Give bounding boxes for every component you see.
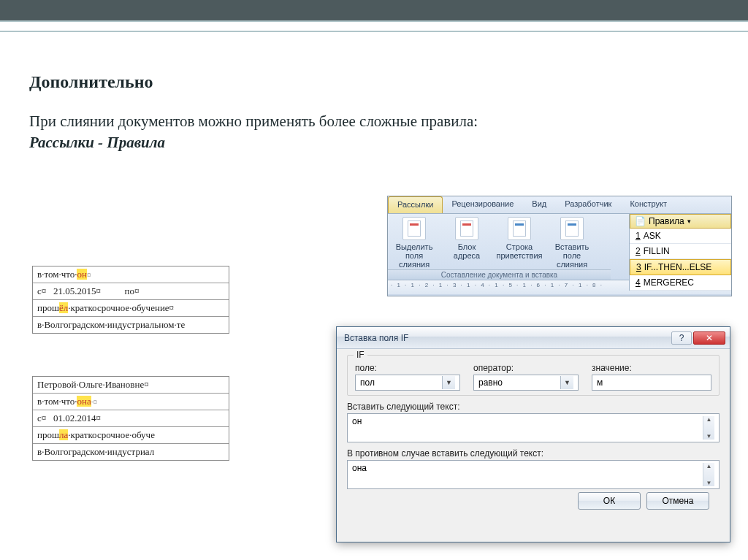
if-condition-fieldset: IF поле: пол▼ оператор: равно▼ значение: xyxy=(347,355,720,396)
sample-document-2: Петровой·Ольге·Ивановне¤ в·том·что·она·¤… xyxy=(32,376,229,461)
table-row: в·том·что·он¤ xyxy=(33,266,229,283)
heading: Дополнительно xyxy=(29,72,719,92)
menu-path: Рассылки - Правила xyxy=(29,134,719,152)
table-row: в·том·что·она·¤ xyxy=(33,394,229,410)
highlight-suffix: ёл xyxy=(59,302,68,313)
close-button[interactable]: ✕ xyxy=(693,331,725,345)
intro-text: При слиянии документов можно применять б… xyxy=(29,112,719,131)
else-text-input[interactable]: она ▲▼ xyxy=(347,460,720,489)
dialog-titlebar: Вставка поля IF ? ✕ xyxy=(337,327,730,349)
sample-document-1: в·том·что·он¤ с¤ 21.05.2015¤ по¤ прошёл·… xyxy=(32,266,229,334)
ribbon-tab-strip: Рассылки Рецензирование Вид Разработчик … xyxy=(388,196,731,214)
table-row: в·Волгоградском·индустриальном·те xyxy=(33,317,229,333)
help-button[interactable]: ? xyxy=(671,331,692,345)
table-row: с¤ 01.02.2014¤ xyxy=(33,410,229,427)
ribbon-group-caption: Составление документа и вставка xyxy=(388,269,611,280)
rules-item-mergerec[interactable]: 4MERGEREC xyxy=(630,275,731,291)
fieldset-legend: IF xyxy=(354,350,367,360)
highlight-suffix: ла xyxy=(59,429,68,440)
cancel-button[interactable]: Отмена xyxy=(646,492,709,510)
tab-design[interactable]: Конструкт xyxy=(621,196,676,213)
slide-top-dark-bar xyxy=(0,0,748,20)
rules-dropdown-header: 📄 Правила ▾ xyxy=(630,214,731,229)
slide-top-light-bar xyxy=(0,20,748,32)
dialog-title-text: Вставка поля IF xyxy=(344,333,408,343)
tab-review[interactable]: Рецензирование xyxy=(443,196,523,213)
table-row: прошла·краткосрочное·обуче xyxy=(33,427,229,444)
rules-item-if-then-else[interactable]: 3IF...THEN...ELSE xyxy=(630,259,731,275)
chevron-down-icon: ▾ xyxy=(687,218,691,225)
scrollbar[interactable]: ▲▼ xyxy=(703,463,714,486)
value-input[interactable] xyxy=(592,375,711,391)
ok-button[interactable]: ОК xyxy=(578,492,641,510)
table-row: прошёл·краткосрочное·обучение¤ xyxy=(33,300,229,317)
word-ribbon: Рассылки Рецензирование Вид Разработчик … xyxy=(387,196,732,296)
rules-dropdown[interactable]: 📄 Правила ▾ 1ASK 2FILLIN 3IF...THEN...EL… xyxy=(629,214,731,291)
scrollbar[interactable]: ▲▼ xyxy=(703,416,714,440)
chevron-down-icon: ▼ xyxy=(560,376,573,389)
table-row: в·Волгоградском·индустриал xyxy=(33,444,229,460)
close-icon: ✕ xyxy=(706,333,713,343)
insert-if-field-dialog: Вставка поля IF ? ✕ IF поле: пол▼ операт… xyxy=(336,326,730,542)
rules-item-fillin[interactable]: 2FILLIN xyxy=(630,244,731,259)
table-row: Петровой·Ольге·Ивановне¤ xyxy=(33,377,229,394)
value-label: значение: xyxy=(592,363,711,373)
field-label: поле: xyxy=(355,363,460,373)
chevron-down-icon: ▼ xyxy=(442,376,455,389)
table-row: с¤ 21.05.2015¤ по¤ xyxy=(33,283,229,300)
field-combobox[interactable]: пол▼ xyxy=(355,375,460,391)
tab-mailings[interactable]: Рассылки xyxy=(388,196,443,213)
then-text-label: Вставить следующий текст: xyxy=(347,402,720,412)
highlight-she: она xyxy=(77,396,91,407)
else-text-label: В противном случае вставить следующий те… xyxy=(347,448,720,459)
then-text-input[interactable]: он ▲▼ xyxy=(347,413,720,442)
tab-developer[interactable]: Разработчик xyxy=(556,196,621,213)
operator-label: оператор: xyxy=(473,363,579,373)
rules-item-ask[interactable]: 1ASK xyxy=(630,229,731,244)
rules-icon: 📄 xyxy=(635,216,646,226)
tab-view[interactable]: Вид xyxy=(523,196,556,213)
operator-combobox[interactable]: равно▼ xyxy=(473,375,579,391)
highlight-he: он xyxy=(77,269,86,280)
